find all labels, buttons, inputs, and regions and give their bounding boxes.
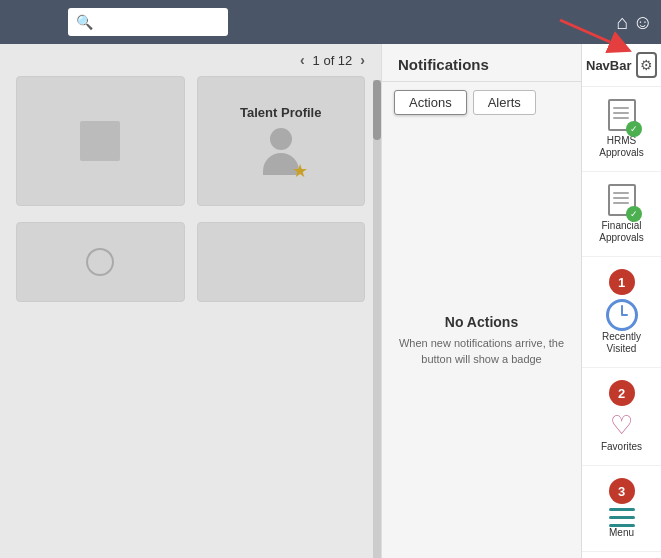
sidebar-item-recently-visited[interactable]: 1 Recently Visited (582, 257, 661, 368)
sidebar-item-financial-approvals[interactable]: ✓ Financial Approvals (582, 172, 661, 257)
clock-hand-horizontal (621, 314, 628, 316)
sidebar-item-favorites[interactable]: 2 ♡ Favorites (582, 368, 661, 466)
main-layout: ‹ 1 of 12 › Talent Profile ★ (0, 44, 661, 558)
doc-line-f3 (613, 202, 629, 204)
menu-line-1 (609, 508, 635, 511)
menu-label: Menu (609, 527, 634, 539)
navbar-header: NavBar ⚙ (582, 44, 661, 87)
pagination-text: 1 of 12 (313, 53, 353, 68)
summary-icon (86, 248, 114, 276)
recently-visited-label: Recently Visited (588, 331, 655, 355)
doc-line-3 (613, 117, 629, 119)
top-bar: 🔍 ⌂ ☺ (0, 0, 661, 44)
doc-line-2 (613, 112, 629, 114)
talent-profile-title: Talent Profile (240, 105, 321, 120)
gear-icon: ⚙ (640, 57, 653, 73)
doc-icon-financial: ✓ (608, 184, 636, 216)
doc-line-1 (613, 107, 629, 109)
doc-line-f2 (613, 197, 629, 199)
talent-profile-icon-area: ★ (256, 128, 306, 178)
right-sidebar: NavBar ⚙ ✓ HRMS Approvals (581, 44, 661, 558)
talent-profile-card[interactable]: Talent Profile ★ (197, 76, 366, 206)
recently-visited-icon-group: 1 (606, 269, 638, 331)
person-icon: ★ (256, 128, 306, 178)
summary-card[interactable] (16, 222, 185, 302)
tab-alerts[interactable]: Alerts (473, 90, 536, 115)
financial-approvals-label: Financial Approvals (588, 220, 655, 244)
scroll-track[interactable] (373, 80, 381, 558)
home-icon[interactable]: ⌂ (616, 11, 628, 34)
doc-icon-hrms: ✓ (608, 99, 636, 131)
recently-visited-badge: 1 (609, 269, 635, 295)
menu-icon-group: 3 (609, 478, 635, 527)
card-1-content (80, 121, 120, 161)
star-icon: ★ (292, 160, 308, 182)
menu-line-2 (609, 516, 635, 519)
prev-page-button[interactable]: ‹ (300, 52, 305, 68)
clock-icon (606, 299, 638, 331)
navbar-title: NavBar (586, 58, 632, 73)
top-bar-icons: ⌂ ☺ (616, 11, 653, 34)
favorites-label: Favorites (601, 441, 642, 453)
person-circle (270, 128, 292, 150)
no-actions-title: No Actions (445, 314, 518, 330)
no-actions-desc: When new notifications arrive, the butto… (398, 336, 565, 367)
sidebar-item-hrms-approvals[interactable]: ✓ HRMS Approvals (582, 87, 661, 172)
partial-card-2[interactable] (197, 222, 366, 302)
tab-actions[interactable]: Actions (394, 90, 467, 115)
pagination-bar: ‹ 1 of 12 › (0, 44, 381, 76)
financial-doc-icon: ✓ (608, 184, 636, 216)
favorites-icon-group: 2 ♡ (609, 380, 635, 441)
left-content: ‹ 1 of 12 › Talent Profile ★ (0, 44, 381, 558)
next-page-button[interactable]: › (360, 52, 365, 68)
doc-line-f1 (613, 192, 629, 194)
top-bar-left: 🔍 (8, 8, 616, 36)
card-1[interactable] (16, 76, 185, 206)
notifications-header: Notifications (382, 44, 581, 82)
cards-grid: Talent Profile ★ (0, 76, 381, 222)
favorites-badge: 2 (609, 380, 635, 406)
financial-check-badge: ✓ (626, 206, 642, 222)
notifications-panel: Notifications Actions Alerts No Actions … (381, 44, 581, 558)
sidebar-item-menu[interactable]: 3 Menu (582, 466, 661, 552)
hrms-doc-icon: ✓ (608, 99, 636, 131)
menu-badge: 3 (609, 478, 635, 504)
menu-lines-icon (609, 508, 635, 527)
navbar-gear-button[interactable]: ⚙ (636, 52, 657, 78)
notifications-body: No Actions When new notifications arrive… (382, 123, 581, 558)
search-box[interactable]: 🔍 (68, 8, 228, 36)
person-top-icon[interactable]: ☺ (633, 11, 653, 34)
search-icon: 🔍 (76, 14, 93, 30)
partial-card-row (0, 222, 381, 302)
notifications-tabs: Actions Alerts (382, 82, 581, 123)
scroll-thumb (373, 80, 381, 140)
heart-icon: ♡ (610, 410, 633, 441)
hrms-check-badge: ✓ (626, 121, 642, 137)
hrms-approvals-label: HRMS Approvals (588, 135, 655, 159)
